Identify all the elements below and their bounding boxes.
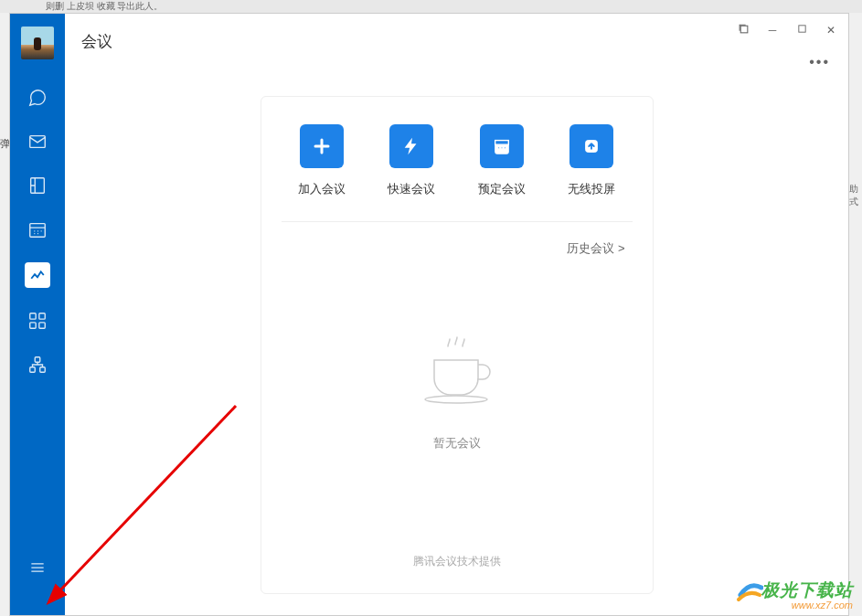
bolt-icon [389,124,433,168]
titlebar: 会议 ─ ✕ ••• [65,14,848,69]
svg-rect-2 [30,224,46,238]
app-window: 会议 ─ ✕ ••• 加入会议 [9,13,849,616]
svg-rect-10 [740,26,748,33]
mail-icon[interactable] [27,131,48,153]
meeting-icon[interactable] [25,262,50,288]
cast-icon [569,124,613,168]
svg-rect-3 [30,313,36,319]
docs-icon[interactable] [27,175,48,196]
menu-icon[interactable] [27,557,48,579]
background-fragment: 则删 上皮坝 收藏 导出此人。 [0,0,862,13]
background-fragment-left: 弹 [0,137,9,151]
svg-rect-4 [39,313,45,319]
svg-rect-16 [505,147,506,149]
calendar-icon[interactable] [27,218,48,240]
svg-point-18 [425,396,487,403]
minimize-button[interactable]: ─ [766,24,779,37]
plus-icon [300,124,344,168]
action-label: 预定会议 [478,181,526,197]
background-fragment-right: 助式 [849,183,862,208]
sidebar [10,14,65,615]
window-controls: ─ ✕ [737,23,837,37]
quick-meeting-button[interactable]: 快速会议 [375,124,448,197]
watermark: 极光下载站 www.xz7.com [761,579,853,611]
empty-state: 暂无会议 [282,229,633,554]
svg-rect-6 [39,323,45,328]
popout-icon[interactable] [737,23,750,37]
meeting-card: 加入会议 快速会议 预定会议 [261,96,654,594]
svg-rect-9 [40,367,46,373]
schedule-meeting-button[interactable]: 预定会议 [465,124,538,197]
more-menu-icon[interactable]: ••• [809,54,830,70]
page-title: 会议 [81,31,112,52]
schedule-icon [480,124,524,168]
maximize-button[interactable] [795,24,808,37]
main-area: 会议 ─ ✕ ••• 加入会议 [65,14,848,615]
join-meeting-button[interactable]: 加入会议 [285,124,358,197]
action-label: 快速会议 [388,181,435,197]
svg-rect-7 [35,357,40,363]
footer-text: 腾讯会议技术提供 [282,554,633,575]
action-row: 加入会议 快速会议 预定会议 [282,124,633,222]
coffee-cup-icon [411,333,503,419]
empty-text: 暂无会议 [433,435,481,451]
workbench-icon[interactable] [27,354,48,376]
svg-rect-11 [798,26,804,32]
svg-rect-13 [495,141,508,145]
action-label: 加入会议 [298,181,346,197]
action-label: 无线投屏 [568,181,615,197]
svg-rect-8 [30,367,36,373]
svg-rect-0 [30,136,46,148]
wireless-cast-button[interactable]: 无线投屏 [555,124,628,197]
chat-icon[interactable] [27,87,48,109]
svg-rect-14 [497,147,499,149]
close-button[interactable]: ✕ [825,24,837,37]
avatar[interactable] [21,27,54,59]
apps-icon[interactable] [27,310,48,332]
svg-rect-15 [501,147,503,149]
svg-rect-5 [30,323,36,328]
